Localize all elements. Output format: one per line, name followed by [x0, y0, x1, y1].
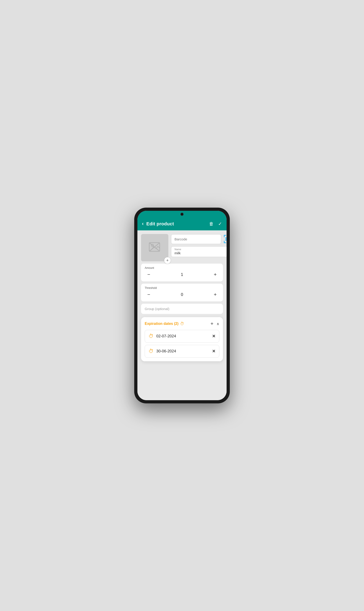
exp-item-left: ⏱ 02-07-2024: [149, 333, 176, 339]
back-button[interactable]: ‹: [142, 221, 143, 227]
phone-camera: [181, 213, 183, 216]
no-image-icon: [147, 240, 162, 255]
amount-decrement-button[interactable]: −: [145, 270, 153, 279]
app-bar-actions: 🗑 ✓: [209, 221, 222, 226]
expiration-items-list: ⏱ 02-07-2024 ✕ ⏱ 30-06-2024 ✕: [145, 330, 219, 358]
name-field-wrapper: Name milk: [171, 246, 227, 257]
phone-screen: ‹ Edit product 🗑 ✓: [137, 211, 227, 400]
exp-item-clock-icon: ⏱: [149, 333, 154, 339]
threshold-label: Threshold: [145, 286, 219, 290]
barcode-input[interactable]: [171, 234, 221, 244]
expiration-add-button[interactable]: +: [210, 321, 213, 327]
product-image-placeholder[interactable]: +: [141, 234, 168, 261]
group-field[interactable]: Group (optional): [141, 304, 223, 314]
fields-column: Name milk: [171, 234, 227, 257]
amount-value: 1: [181, 272, 183, 277]
expiration-item: ⏱ 30-06-2024 ✕: [145, 345, 219, 358]
exp-item-remove-button[interactable]: ✕: [212, 349, 215, 354]
exp-item-date: 30-06-2024: [156, 349, 176, 354]
expiration-item: ⏱ 02-07-2024 ✕: [145, 330, 219, 343]
svg-rect-9: [224, 241, 224, 243]
image-fields-row: +: [141, 234, 223, 261]
expiration-section: Expiration dates (2) ⏱ + ∧ ⏱ 02-07-2024 …: [141, 317, 223, 361]
name-field[interactable]: Name milk: [171, 246, 227, 257]
delete-button[interactable]: 🗑: [209, 221, 214, 226]
threshold-stepper-row: − 0 +: [145, 291, 219, 299]
expiration-title-area: Expiration dates (2) ⏱: [145, 321, 184, 326]
expiration-actions: + ∧: [210, 321, 219, 327]
name-field-value: milk: [174, 251, 181, 255]
svg-rect-5: [224, 235, 224, 237]
exp-item-remove-button[interactable]: ✕: [212, 334, 215, 339]
amount-label: Amount: [145, 266, 219, 269]
name-field-label: Name: [174, 248, 181, 251]
amount-card: Amount − 1 +: [141, 264, 223, 281]
app-bar-left: ‹ Edit product: [142, 221, 174, 227]
exp-item-clock-icon: ⏱: [149, 348, 154, 354]
expiration-clock-icon: ⏱: [180, 321, 184, 326]
threshold-increment-button[interactable]: +: [211, 291, 219, 299]
content-area: +: [137, 230, 227, 400]
phone-device: ‹ Edit product 🗑 ✓: [134, 208, 230, 403]
threshold-decrement-button[interactable]: −: [145, 291, 153, 299]
amount-increment-button[interactable]: +: [211, 270, 219, 279]
expiration-collapse-button[interactable]: ∧: [217, 322, 219, 326]
exp-item-left: ⏱ 30-06-2024: [149, 348, 176, 354]
threshold-card: Threshold − 0 +: [141, 284, 223, 301]
add-image-button[interactable]: +: [164, 257, 171, 264]
svg-rect-12: [225, 237, 226, 241]
exp-item-date: 02-07-2024: [156, 334, 176, 339]
svg-rect-13: [226, 237, 227, 241]
threshold-value: 0: [181, 292, 183, 297]
confirm-button[interactable]: ✓: [218, 221, 222, 226]
page-title: Edit product: [146, 221, 174, 226]
barcode-row: [171, 234, 227, 244]
barcode-scan-button[interactable]: [223, 234, 227, 244]
expiration-title: Expiration dates (2): [145, 322, 178, 326]
expiration-header: Expiration dates (2) ⏱ + ∧: [145, 321, 219, 327]
barcode-scan-icon: [223, 235, 227, 244]
amount-stepper-row: − 1 +: [145, 270, 219, 279]
